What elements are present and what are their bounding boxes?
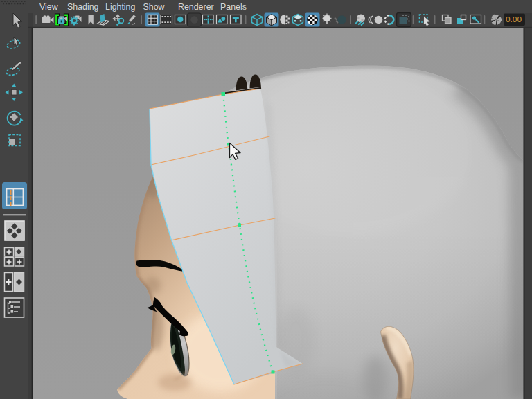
svg-text:Lighting: Lighting xyxy=(105,2,136,12)
svg-text:View: View xyxy=(39,2,58,12)
svg-text:Show: Show xyxy=(143,2,165,12)
svg-text:0.00: 0.00 xyxy=(506,15,522,24)
svg-text:Panels: Panels xyxy=(220,2,247,12)
svg-text:Renderer: Renderer xyxy=(178,2,214,12)
svg-text:Shading: Shading xyxy=(67,2,99,12)
